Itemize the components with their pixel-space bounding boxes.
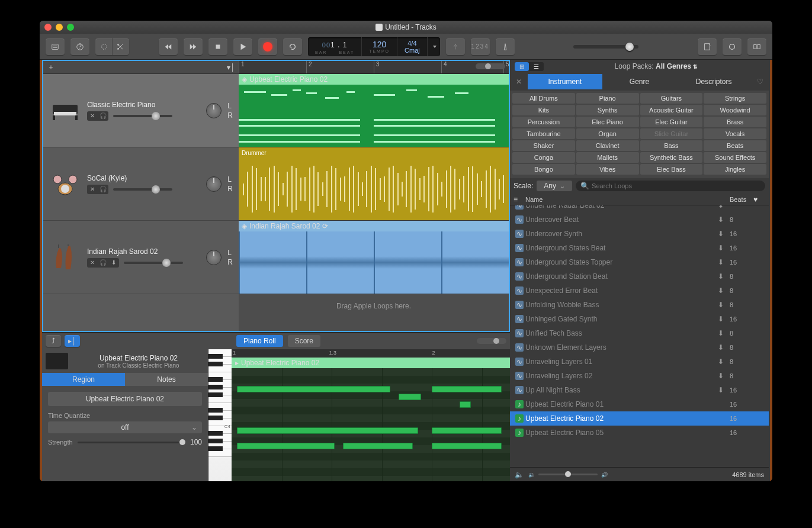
mute-button[interactable]: ✕ xyxy=(87,111,98,121)
catch-playhead-button[interactable]: ▸│ xyxy=(65,335,80,347)
download-icon[interactable]: ⬇ xyxy=(718,215,730,224)
play-button[interactable] xyxy=(233,38,252,55)
countin-button[interactable]: 1234 xyxy=(471,38,490,55)
solo-button[interactable]: 🎧 xyxy=(98,185,108,194)
search-loops-input[interactable]: 🔍 xyxy=(576,181,765,191)
clear-filter-button[interactable]: ✕ xyxy=(510,78,528,86)
category-button[interactable]: Strings xyxy=(704,93,766,104)
type-column-icon[interactable]: ≡ xyxy=(513,195,525,204)
track-volume-slider[interactable] xyxy=(113,115,172,117)
descriptors-tab[interactable]: Descriptors xyxy=(676,74,751,89)
category-button[interactable]: Elec Bass xyxy=(640,164,703,175)
preview-volume-slider[interactable] xyxy=(538,474,598,475)
category-button[interactable]: Synthetic Bass xyxy=(640,152,703,163)
titlebar[interactable]: Untitled - Tracks xyxy=(40,21,772,34)
category-button[interactable]: Tambourine xyxy=(512,128,575,139)
track-header-menu[interactable]: ▾│ xyxy=(227,63,235,72)
category-button[interactable]: Beats xyxy=(704,140,766,151)
rewind-button[interactable] xyxy=(159,38,178,55)
download-icon[interactable]: ⬇ xyxy=(718,343,730,352)
loop-row[interactable]: ∿Underground States Topper⬇16 xyxy=(510,255,769,269)
region-name-field[interactable]: Upbeat Electric Piano 02 xyxy=(48,392,202,406)
name-column[interactable]: Name xyxy=(525,196,718,203)
pan-knob[interactable] xyxy=(206,250,222,265)
track-header-3[interactable]: Indian Rajah Sarod 02 ✕🎧⬇ LR xyxy=(43,221,239,294)
category-button[interactable]: Vibes xyxy=(576,164,639,175)
preview-volume-icon[interactable]: 🔈 xyxy=(515,471,524,479)
category-button[interactable]: Slide Guitar xyxy=(640,128,703,139)
download-icon[interactable]: ⬇ xyxy=(718,372,730,380)
loop-row[interactable]: ∿Up All Night Bass⬇16 xyxy=(510,383,769,397)
mute-button[interactable]: ✕ xyxy=(87,258,98,268)
download-icon[interactable]: ⬇ xyxy=(718,358,730,366)
category-button[interactable]: Brass xyxy=(704,117,766,127)
category-button[interactable]: Mallets xyxy=(576,152,639,163)
track-volume-slider[interactable] xyxy=(113,188,172,191)
category-button[interactable]: Guitars xyxy=(640,93,703,104)
download-icon[interactable]: ⬇ xyxy=(718,205,730,210)
quick-help-button[interactable]: ? xyxy=(70,38,89,55)
category-button[interactable]: Sound Effects xyxy=(704,152,766,163)
category-button[interactable]: Synths xyxy=(576,105,639,115)
category-button[interactable]: All Drums xyxy=(512,93,575,104)
genre-tab[interactable]: Genre xyxy=(602,74,677,89)
fav-column-icon[interactable]: ♥ xyxy=(753,195,765,204)
loop-row[interactable]: ∿Unexpected Error Beat⬇8 xyxy=(510,284,769,298)
tuner-button[interactable] xyxy=(446,38,465,55)
category-button[interactable]: Percussion xyxy=(512,117,575,127)
download-icon[interactable]: ⬇ xyxy=(718,244,730,252)
category-button[interactable]: Elec Piano xyxy=(576,117,639,127)
strength-slider[interactable] xyxy=(78,442,185,443)
loop-list[interactable]: ∿Under the Radar Beat 02⬇∿Undercover Bea… xyxy=(510,205,769,467)
category-button[interactable]: Elec Guitar xyxy=(640,117,703,127)
category-button[interactable]: Piano xyxy=(576,93,639,104)
editor-menu-button[interactable]: ⤴ xyxy=(46,335,61,347)
favorites-icon[interactable]: ♡ xyxy=(751,78,769,86)
download-icon[interactable]: ⬇ xyxy=(718,272,730,281)
category-button[interactable]: Kits xyxy=(512,105,575,115)
metronome-button[interactable] xyxy=(496,38,515,55)
loop-row[interactable]: ∿Unhinged Gated Synth⬇16 xyxy=(510,312,769,326)
category-button[interactable]: Clavinet xyxy=(576,140,639,151)
media-browser-button[interactable] xyxy=(747,38,766,55)
stop-button[interactable] xyxy=(208,38,227,55)
download-icon[interactable]: ⬇ xyxy=(718,286,730,295)
record-button[interactable] xyxy=(258,38,277,55)
instrument-tab[interactable]: Instrument xyxy=(528,74,602,89)
pan-knob[interactable] xyxy=(206,103,222,118)
beats-column[interactable]: Beats xyxy=(730,196,753,203)
category-button[interactable]: Acoustic Guitar xyxy=(640,105,703,115)
download-icon[interactable]: ⬇ xyxy=(718,315,730,323)
loop-row[interactable]: ∿Under the Radar Beat 02⬇ xyxy=(510,205,769,213)
mute-button[interactable]: ✕ xyxy=(87,185,98,194)
category-button[interactable]: Organ xyxy=(576,128,639,139)
view-toggle[interactable]: ⊞☰ xyxy=(515,62,544,71)
track-volume-slider[interactable] xyxy=(124,262,183,264)
category-button[interactable]: Jingles xyxy=(704,164,766,175)
loop-row[interactable]: ∿Unfolding Wobble Bass⬇8 xyxy=(510,298,769,312)
loop-row[interactable]: ♪Upbeat Electric Piano 0216 xyxy=(510,411,769,426)
loop-row[interactable]: ∿Undercover Beat⬇8 xyxy=(510,213,769,227)
smart-controls-button[interactable] xyxy=(97,38,112,55)
editors-button[interactable] xyxy=(112,38,128,55)
cycle-button[interactable] xyxy=(283,38,302,55)
timeline[interactable]: 1 2 3 4 5 ◈Upbeat Electric Piano 02 xyxy=(239,61,509,331)
solo-button[interactable]: 🎧 xyxy=(98,111,108,121)
region-sarod[interactable]: ◈Indian Rajah Sarod 02⟳ xyxy=(239,221,509,294)
download-icon[interactable]: ⬇ xyxy=(718,386,730,394)
column-view-icon[interactable]: ☰ xyxy=(529,62,544,71)
loop-row[interactable]: ∿Unraveling Layers 02⬇8 xyxy=(510,369,769,383)
score-tab[interactable]: Score xyxy=(288,335,320,347)
library-button[interactable] xyxy=(46,38,65,55)
piano-roll-tab[interactable]: Piano Roll xyxy=(236,335,283,347)
notepad-button[interactable] xyxy=(698,38,717,55)
loop-row[interactable]: ∿Unified Tech Bass⬇8 xyxy=(510,326,769,340)
scale-select[interactable]: Any xyxy=(537,181,572,191)
loop-row[interactable]: ♪Upbeat Electric Piano 0116 xyxy=(510,397,769,411)
track-header-2[interactable]: SoCal (Kyle) ✕🎧 LR xyxy=(43,147,239,221)
category-button[interactable]: Shaker xyxy=(512,140,575,151)
forward-button[interactable] xyxy=(184,38,203,55)
category-button[interactable]: Vocals xyxy=(704,128,766,139)
loop-row[interactable]: ∿Underground Station Beat⬇8 xyxy=(510,269,769,284)
category-button[interactable]: Bongo xyxy=(512,164,575,175)
